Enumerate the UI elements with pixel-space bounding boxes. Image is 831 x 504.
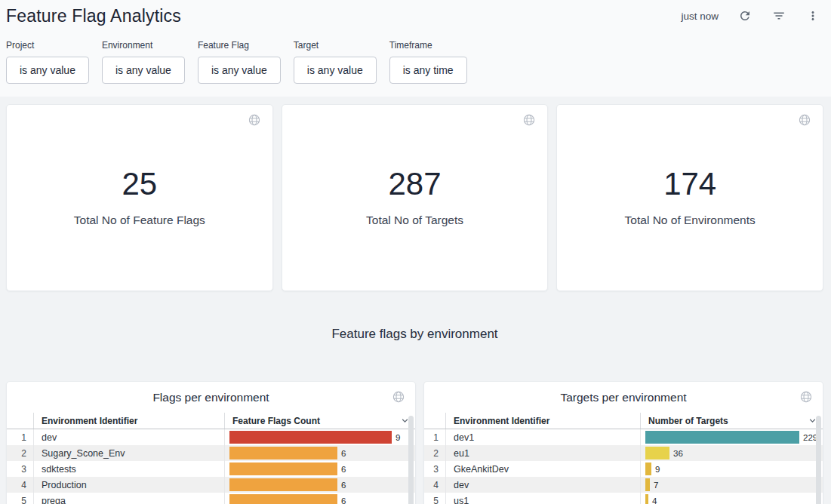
header-actions: just now xyxy=(681,8,820,23)
kpi-value: 25 xyxy=(122,168,157,200)
table-scrollbar[interactable] xyxy=(816,416,821,504)
bar-value-label: 6 xyxy=(341,465,346,474)
table-body: 1dev92Sugary_Scone_Env63sdktests64Produc… xyxy=(7,429,415,504)
environment-cell[interactable]: eu1 xyxy=(445,445,640,461)
table-scrollbar[interactable] xyxy=(408,416,414,504)
count-cell[interactable]: 9 xyxy=(224,429,415,445)
row-number-cell: 4 xyxy=(424,477,445,493)
count-cell[interactable]: 6 xyxy=(224,461,415,477)
row-number-cell: 3 xyxy=(424,461,445,477)
count-cell[interactable]: 6 xyxy=(224,445,415,461)
row-number-cell: 4 xyxy=(7,477,33,493)
filter-bar: Project is any value Environment is any … xyxy=(6,40,820,84)
filters-toggle-button[interactable] xyxy=(771,8,786,23)
column-header-count[interactable]: Number of Targets xyxy=(640,413,823,429)
filter-feature-flag-value-button[interactable]: is any value xyxy=(198,57,281,84)
value-bar[interactable] xyxy=(229,431,392,444)
row-number-cell: 1 xyxy=(424,429,445,445)
table-row[interactable]: 3sdktests6 xyxy=(7,461,415,477)
filter-label: Timeframe xyxy=(389,40,467,51)
environment-cell[interactable]: GkeAnkitDev xyxy=(445,461,640,477)
value-bar[interactable] xyxy=(229,463,337,475)
environment-cell[interactable]: sdktests xyxy=(33,461,224,477)
row-number-cell: 1 xyxy=(7,429,33,445)
environment-cell[interactable]: us1 xyxy=(445,493,640,504)
kpi-tile-environments: 174 Total No of Environments xyxy=(556,104,823,291)
kpi-tile-feature-flags: 25 Total No of Feature Flags xyxy=(6,104,273,291)
timezone-globe-icon[interactable] xyxy=(392,391,405,406)
environment-cell[interactable]: Sugary_Scone_Env xyxy=(33,445,224,461)
count-cell[interactable]: 36 xyxy=(640,445,823,461)
tile-title: Flags per environment xyxy=(7,382,415,413)
bar-value-label: 6 xyxy=(341,496,346,504)
table-row[interactable]: 4dev7 xyxy=(424,477,823,493)
timezone-globe-icon[interactable] xyxy=(248,114,260,129)
bar-value-label: 9 xyxy=(395,433,400,442)
count-cell[interactable]: 9 xyxy=(640,461,823,477)
environment-cell[interactable]: dev xyxy=(33,429,224,445)
table-row[interactable]: 5prega6 xyxy=(7,493,415,504)
row-number-cell: 5 xyxy=(424,493,445,504)
count-cell[interactable]: 6 xyxy=(224,477,415,493)
column-header-count[interactable]: Feature Flags Count xyxy=(224,413,415,429)
tile-title: Targets per environment xyxy=(424,382,823,413)
dashboard-menu-button[interactable] xyxy=(805,8,820,23)
value-bar[interactable] xyxy=(645,431,799,444)
value-bar[interactable] xyxy=(229,447,337,459)
value-bar[interactable] xyxy=(229,478,337,491)
filter-timeframe: Timeframe is any time xyxy=(389,40,467,84)
environment-cell[interactable]: Production xyxy=(33,477,224,493)
table-header-row: Environment Identifier Feature Flags Cou… xyxy=(7,413,415,429)
value-bar[interactable] xyxy=(229,494,337,504)
refresh-button[interactable] xyxy=(737,8,753,23)
filter-label: Project xyxy=(6,40,89,51)
environment-cell[interactable]: dev1 xyxy=(445,429,640,445)
row-number-header xyxy=(424,413,445,429)
row-number-cell: 2 xyxy=(424,445,445,461)
kpi-row: 25 Total No of Feature Flags 287 Total N… xyxy=(6,104,823,291)
row-number-cell: 3 xyxy=(7,461,33,477)
refresh-icon xyxy=(738,9,752,23)
count-cell[interactable]: 7 xyxy=(640,477,823,493)
kebab-menu-icon xyxy=(806,9,820,23)
table-row[interactable]: 2eu136 xyxy=(424,445,823,461)
last-refresh-status: just now xyxy=(681,11,719,22)
table-body: 1dev12292eu1363GkeAnkitDev94dev75us14 xyxy=(424,429,823,504)
filter-environment-value-button[interactable]: is any value xyxy=(102,57,185,84)
value-bar[interactable] xyxy=(645,478,650,491)
kpi-label: Total No of Feature Flags xyxy=(74,214,205,227)
dashboard-header: Feature Flag Analytics just now Proje xyxy=(0,0,831,97)
filter-timeframe-value-button[interactable]: is any time xyxy=(389,57,467,84)
table-row[interactable]: 2Sugary_Scone_Env6 xyxy=(7,445,415,461)
table-row[interactable]: 1dev9 xyxy=(7,429,415,445)
table-row[interactable]: 1dev1229 xyxy=(424,429,823,445)
value-bar[interactable] xyxy=(645,494,648,504)
filter-project-value-button[interactable]: is any value xyxy=(6,57,89,84)
value-bar[interactable] xyxy=(645,447,669,459)
kpi-value: 174 xyxy=(663,168,716,200)
timezone-globe-icon[interactable] xyxy=(799,114,811,129)
environment-cell[interactable]: dev xyxy=(445,477,640,493)
column-header-environment[interactable]: Environment Identifier xyxy=(33,413,224,429)
dashboard-body: 25 Total No of Feature Flags 287 Total N… xyxy=(0,97,831,504)
timezone-globe-icon[interactable] xyxy=(523,114,535,129)
filter-label: Feature Flag xyxy=(198,40,281,51)
value-bar[interactable] xyxy=(645,463,651,475)
environment-cell[interactable]: prega xyxy=(33,493,224,504)
filter-feature-flag: Feature Flag is any value xyxy=(198,40,281,84)
count-cell[interactable]: 6 xyxy=(224,493,415,504)
filter-target: Target is any value xyxy=(294,40,377,84)
count-cell[interactable]: 4 xyxy=(640,493,823,504)
kpi-tile-targets: 287 Total No of Targets xyxy=(282,104,549,291)
filter-label: Environment xyxy=(102,40,185,51)
bar-value-label: 7 xyxy=(654,481,658,490)
count-cell[interactable]: 229 xyxy=(640,429,823,445)
timezone-globe-icon[interactable] xyxy=(800,391,812,406)
table-row[interactable]: 3GkeAnkitDev9 xyxy=(424,461,823,477)
row-number-header xyxy=(7,413,33,429)
column-header-environment[interactable]: Environment Identifier xyxy=(445,413,640,429)
table-row[interactable]: 5us14 xyxy=(424,493,823,504)
table-row[interactable]: 4Production6 xyxy=(7,477,415,493)
filter-target-value-button[interactable]: is any value xyxy=(294,57,377,84)
kpi-label: Total No of Targets xyxy=(366,214,463,227)
